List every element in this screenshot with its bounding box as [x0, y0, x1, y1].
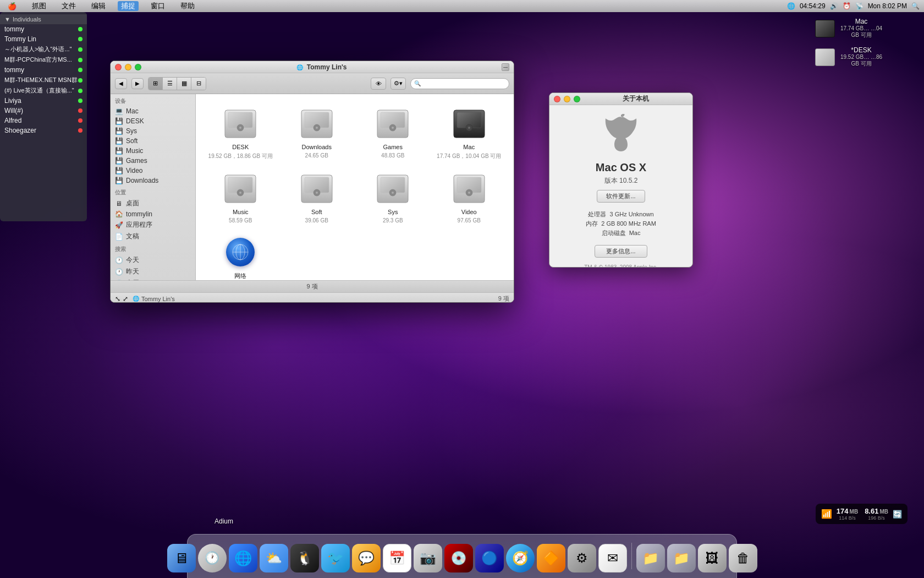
sidebar-device-games[interactable]: 💾 Games: [111, 156, 195, 166]
file-item-desk[interactable]: DESK 19.52 GB，18.86 GB 可用: [205, 103, 277, 163]
window-shrink-button[interactable]: —: [502, 63, 509, 71]
menu-help[interactable]: 帮助: [177, 1, 198, 11]
more-info-button[interactable]: 更多信息...: [595, 245, 647, 258]
svg-point-27: [392, 192, 394, 194]
finder-content: DESK 19.52 GB，18.86 GB 可用: [196, 94, 514, 280]
file-icon-mac: [452, 106, 487, 141]
dock-item-adium[interactable]: 🐧 Adium: [290, 544, 319, 572]
menu-file[interactable]: 文件: [58, 1, 79, 11]
sidebar-location-desktop[interactable]: 🖥 桌面: [111, 198, 195, 209]
buddy-liviya[interactable]: Liviya: [0, 96, 87, 106]
buddy-pcpchina[interactable]: M群-PCPChina官方MS...: [0, 54, 87, 65]
file-item-games[interactable]: Games 48.83 GB: [357, 103, 429, 163]
sidebar-search-today[interactable]: 🕐 今天: [111, 254, 195, 266]
desktop-icon-desk[interactable]: *DESK 19.52 GB… …86 GB 可用: [813, 44, 886, 70]
sidebar-search-lastweek[interactable]: 🕐 上周: [111, 277, 195, 280]
file-item-network[interactable]: 网络: [205, 231, 277, 280]
sidebar-location-home[interactable]: 🏠 tommylin: [111, 209, 195, 219]
view-coverflow-button[interactable]: ⊟: [191, 78, 206, 90]
buddy-tommy-2[interactable]: tommy: [0, 65, 87, 75]
dock-item-browser1[interactable]: 🔵 Browser: [475, 544, 504, 572]
dock-item-preview[interactable]: 🖼 Preview: [698, 544, 727, 572]
menubar-volume[interactable]: 🔊: [830, 2, 838, 10]
about-minimize-button[interactable]: [564, 96, 570, 102]
dock-item-files2[interactable]: 📁 Files: [667, 544, 696, 572]
file-item-mac[interactable]: Mac 17.74 GB，10.04 GB 可用: [433, 103, 505, 163]
clock-icon: 🕐: [115, 257, 123, 264]
dock-item-clock[interactable]: 🕐 时钟: [198, 544, 227, 572]
file-item-music[interactable]: Music 58.59 GB: [205, 168, 277, 227]
file-size-mac: 17.74 GB，10.04 GB 可用: [437, 152, 501, 160]
disk-icon: 💾: [115, 147, 123, 155]
software-update-button[interactable]: 软件更新...: [597, 190, 645, 203]
sidebar-device-mac[interactable]: 💻 Mac: [111, 106, 195, 116]
svg-point-19: [239, 192, 241, 194]
file-item-video[interactable]: Video 97.65 GB: [433, 168, 505, 227]
dock-item-files1[interactable]: 📁 Files: [636, 544, 665, 572]
dock-item-finder[interactable]: 🖥 Finder: [167, 544, 196, 572]
menubar-search[interactable]: 🔍: [911, 2, 920, 10]
dock-item-tweetie[interactable]: 🐦 Tweetie: [321, 544, 350, 572]
buddy-tommy-lin[interactable]: Tommy Lin: [0, 34, 87, 44]
dock-item-iphoto[interactable]: 📷 iPhoto: [414, 544, 442, 572]
dock-item-mail[interactable]: ✉ Mail: [598, 544, 627, 572]
desktop-mac-label: Mac: [839, 18, 883, 25]
view-icon-button[interactable]: ⊞: [148, 78, 163, 90]
window-close-button[interactable]: [115, 64, 122, 70]
sidebar-search-yesterday[interactable]: 🕐 昨天: [111, 266, 195, 277]
file-size-soft: 39.06 GB: [305, 217, 328, 223]
menu-grab[interactable]: 抓图: [29, 1, 50, 11]
window-maximize-button[interactable]: [135, 64, 141, 70]
dock-item-ical[interactable]: 📅 iCal: [383, 544, 411, 572]
sidebar-location-apps[interactable]: 🚀 应用程序: [111, 219, 195, 231]
dock-item-network[interactable]: 🌐 Network: [229, 544, 257, 572]
buddy-will[interactable]: Will(#): [0, 106, 87, 116]
menu-window[interactable]: 窗口: [147, 1, 168, 11]
buddy-themex[interactable]: M群-THEMEX.NET MSN群: [0, 75, 87, 85]
desktop-icon-mac[interactable]: Mac 17.74 GB… …04 GB 可用: [813, 15, 886, 41]
search-input[interactable]: [410, 78, 509, 89]
buddy-live[interactable]: (#) Live英汉通（直接输...": [0, 85, 87, 96]
file-icon-soft: [299, 171, 334, 206]
download-rate: 114 B/s: [837, 515, 858, 521]
dock-item-syspref[interactable]: ⚙ System Preferences: [568, 544, 596, 572]
file-item-sys[interactable]: Sys 29.3 GB: [357, 168, 429, 227]
finder-statusbar: 9 项: [111, 280, 514, 292]
action-menu-button[interactable]: ⚙▾: [391, 78, 406, 90]
apple-menu[interactable]: 🍎: [4, 2, 20, 10]
file-item-downloads[interactable]: Downloads 24.65 GB: [281, 103, 353, 163]
window-minimize-button[interactable]: [125, 64, 131, 70]
about-close-button[interactable]: [554, 96, 560, 102]
view-list-button[interactable]: ☰: [163, 78, 177, 90]
view-column-button[interactable]: ▦: [177, 78, 191, 90]
dock-item-trash[interactable]: 🗑 Trash: [729, 544, 757, 572]
buddy-tommy-1[interactable]: tommy: [0, 24, 87, 34]
dock-item-dvdplayer[interactable]: 💿 DVD Player: [444, 544, 473, 572]
net-refresh-icon[interactable]: 🔄: [893, 510, 902, 519]
processor-info: 处理器 3 GHz Unknown: [586, 210, 656, 219]
buddy-shoegazer[interactable]: Shoegazer: [0, 126, 87, 135]
sidebar-device-soft[interactable]: 💾 Soft: [111, 136, 195, 146]
sidebar-device-music[interactable]: 💾 Music: [111, 146, 195, 156]
about-maximize-button[interactable]: [574, 96, 580, 102]
upload-rate: 196 B/s: [865, 515, 888, 521]
file-name-downloads: Downloads: [302, 144, 332, 150]
nav-forward-button[interactable]: ▶: [131, 78, 144, 89]
menu-edit[interactable]: 编辑: [88, 1, 109, 11]
dock-item-safari[interactable]: 🧭 Safari: [506, 544, 535, 572]
sidebar-location-docs[interactable]: 📄 文稿: [111, 231, 195, 242]
quick-look-button[interactable]: 👁: [371, 78, 386, 90]
sidebar-device-downloads[interactable]: 💾 Downloads: [111, 176, 195, 186]
nav-back-button[interactable]: ◀: [115, 78, 127, 89]
file-item-soft[interactable]: Soft 39.06 GB: [281, 168, 353, 227]
dock-item-vlc[interactable]: 🔶 VLC: [537, 544, 565, 572]
dock-item-weather[interactable]: ⛅ Weather: [260, 544, 288, 572]
sidebar-device-desk[interactable]: 💾 DESK: [111, 116, 195, 126]
buddy-robot[interactable]: ～小机器人>输入"外语...": [0, 44, 87, 54]
buddy-alfred[interactable]: Alfred: [0, 116, 87, 126]
dock-item-lingo[interactable]: 💬 Lingo: [352, 544, 381, 572]
file-size-desk: 19.52 GB，18.86 GB 可用: [208, 152, 273, 160]
menu-capture[interactable]: 捕捉: [118, 1, 139, 11]
sidebar-device-sys[interactable]: 💾 Sys: [111, 126, 195, 136]
sidebar-device-video[interactable]: 💾 Video: [111, 166, 195, 176]
